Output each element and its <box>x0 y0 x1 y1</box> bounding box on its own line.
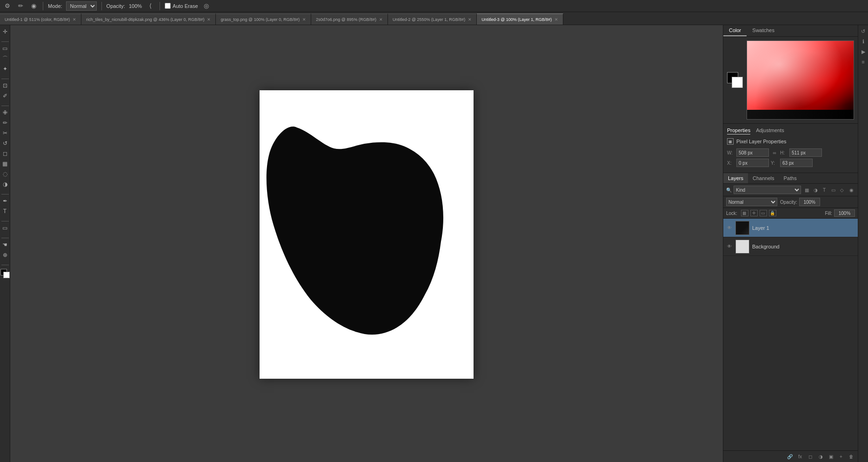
color-panel: Color Swatches <box>723 25 858 124</box>
brush-icon[interactable]: ✏ <box>16 1 25 11</box>
tab-properties[interactable]: Properties <box>727 127 750 134</box>
tab-color[interactable]: Color <box>723 25 747 36</box>
filter-adjust-icon[interactable]: ◑ <box>812 186 819 194</box>
layer-item-1[interactable]: 👁 Layer 1 <box>723 219 858 237</box>
erase-icon[interactable]: ◎ <box>202 1 211 11</box>
link-layers-icon[interactable]: 🔗 <box>786 453 794 460</box>
lock-artboard-icon[interactable]: ▭ <box>760 210 767 216</box>
align-panel-icon[interactable]: ≡ <box>859 58 868 66</box>
tool-options-icon[interactable]: ⚙ <box>3 1 12 11</box>
background-visibility[interactable]: 👁 <box>726 243 733 250</box>
heal-tool[interactable]: ✙ <box>0 108 10 117</box>
add-mask-icon[interactable]: ◻ <box>807 453 814 460</box>
history-panel-icon[interactable]: ↺ <box>859 27 868 35</box>
wand-tool[interactable]: ✦ <box>0 64 10 74</box>
auto-erase-input[interactable] <box>165 3 171 9</box>
tab-3-close[interactable]: ✕ <box>379 17 383 22</box>
fill-input[interactable] <box>834 209 855 217</box>
tab-adjustments[interactable]: Adjustments <box>756 127 784 134</box>
filter-pixel-icon[interactable]: ▦ <box>803 186 810 194</box>
tab-4-close[interactable]: ✕ <box>468 17 472 22</box>
tab-1-close[interactable]: ✕ <box>207 17 211 22</box>
actions-panel-icon[interactable]: ▶ <box>859 47 868 56</box>
filter-toggle[interactable]: ◉ <box>848 186 855 194</box>
select-tool[interactable]: ▭ <box>0 44 10 53</box>
clone-tool[interactable]: ✂ <box>0 128 10 138</box>
color-swatches-pair[interactable] <box>727 72 743 88</box>
filter-type-icon[interactable]: T <box>821 186 828 194</box>
info-panel-icon[interactable]: ℹ <box>859 37 868 46</box>
tool-sep-4 <box>1 191 9 194</box>
blur-tool[interactable]: ◌ <box>0 169 10 179</box>
background-swatch[interactable] <box>732 77 743 88</box>
tab-5-close[interactable]: ✕ <box>554 17 558 22</box>
color-spectrum[interactable] <box>747 40 854 120</box>
lasso-tool[interactable]: ⌒ <box>0 54 10 63</box>
move-tool[interactable]: ✛ <box>0 27 10 36</box>
width-input[interactable] <box>736 148 769 157</box>
layer-item-background[interactable]: 👁 Background <box>723 237 858 256</box>
tool-sep-5 <box>1 218 9 221</box>
tab-2[interactable]: grass_top.png @ 100% (Layer 0, RGB/8#) ✕ <box>216 13 311 25</box>
opacity-label: Opacity: <box>107 3 125 9</box>
tab-channels[interactable]: Channels <box>748 173 779 183</box>
tab-2-close[interactable]: ✕ <box>302 17 306 22</box>
spectrum-visual <box>747 41 854 119</box>
dodge-tool[interactable]: ◑ <box>0 180 10 189</box>
y-input[interactable] <box>780 159 813 167</box>
mode-select[interactable]: Normal <box>66 1 97 11</box>
tab-paths[interactable]: Paths <box>779 173 801 183</box>
height-input[interactable] <box>789 148 822 157</box>
delete-layer-icon[interactable]: 🗑 <box>848 453 855 460</box>
tab-layers[interactable]: Layers <box>723 173 748 183</box>
left-toolbar: ✛ ▭ ⌒ ✦ ⊡ ✐ ✙ ✏ ✂ ↺ ◻ ▦ ◌ ◑ ✒ T ▭ ☚ ⊕ <box>0 25 10 462</box>
layer-1-visibility[interactable]: 👁 <box>726 225 733 231</box>
link-icon[interactable]: ∞ <box>771 149 778 156</box>
vertical-panel-icons: ↺ ℹ ▶ ≡ <box>858 25 868 462</box>
tab-5[interactable]: Untitled-3 @ 100% (Layer 1, RGB/8#) ✕ <box>477 13 563 25</box>
main-layout: ✛ ▭ ⌒ ✦ ⊡ ✐ ✙ ✏ ✂ ↺ ◻ ▦ ◌ ◑ ✒ T ▭ ☚ ⊕ <box>0 25 868 462</box>
brush-preset-icon[interactable]: ◉ <box>29 1 38 11</box>
tab-swatches[interactable]: Swatches <box>747 25 780 36</box>
tab-0-close[interactable]: ✕ <box>73 17 76 22</box>
blend-mode-select[interactable]: Normal <box>726 198 777 206</box>
background-thumbnail <box>735 240 749 254</box>
filter-label: 🔍 <box>726 187 732 193</box>
gradient-tool[interactable]: ▦ <box>0 159 10 168</box>
opacity-input[interactable] <box>799 198 820 206</box>
history-tool[interactable]: ↺ <box>0 139 10 148</box>
brush-tool[interactable]: ✏ <box>0 118 10 127</box>
tab-3[interactable]: 2s0d7o6.png @ 895% (RGB/8#) ✕ <box>311 13 388 25</box>
tab-1[interactable]: rich_tiles_by_nicnubill-d6pkzak.png @ 43… <box>81 13 216 25</box>
canvas-document[interactable] <box>260 90 474 379</box>
add-style-icon[interactable]: fx <box>796 453 804 460</box>
lock-position-icon[interactable]: ✛ <box>750 210 758 216</box>
new-layer-icon[interactable]: + <box>837 453 845 460</box>
foreground-color[interactable] <box>0 269 10 278</box>
tab-0[interactable]: Untitled-1 @ 511% (color, RGB/8#) ✕ <box>0 13 81 25</box>
pen-tool[interactable]: ✒ <box>0 196 10 206</box>
crop-tool[interactable]: ⊡ <box>0 81 10 90</box>
auto-erase-checkbox[interactable]: Auto Erase <box>165 3 198 9</box>
filter-shape-icon[interactable]: ▭ <box>829 186 837 194</box>
eyedropper-tool[interactable]: ✐ <box>0 91 10 100</box>
tab-4-label: Untitled-2 @ 2550% (Layer 1, RGB/8#) <box>393 17 465 22</box>
hand-tool[interactable]: ☚ <box>0 240 10 249</box>
shape-tool[interactable]: ▭ <box>0 223 10 233</box>
opacity-adjust-icon[interactable]: ⟨ <box>146 1 155 11</box>
lock-all-icon[interactable]: 🔒 <box>769 210 776 216</box>
zoom-tool[interactable]: ⊕ <box>0 250 10 260</box>
toolbar-sep-2 <box>101 2 102 10</box>
properties-title: Pixel Layer Properties <box>736 139 787 144</box>
x-label: X: <box>727 161 734 166</box>
x-input[interactable] <box>736 159 769 167</box>
text-tool[interactable]: T <box>0 207 10 216</box>
filter-smart-icon[interactable]: ◇ <box>838 186 846 194</box>
new-group-icon[interactable]: ▣ <box>827 453 835 460</box>
top-toolbar: ⚙ ✏ ◉ Mode: Normal Opacity: 100% ⟨ Auto … <box>0 0 868 12</box>
tab-4[interactable]: Untitled-2 @ 2550% (Layer 1, RGB/8#) ✕ <box>388 13 477 25</box>
layer-kind-select[interactable]: Kind <box>734 186 801 194</box>
eraser-tool[interactable]: ◻ <box>0 149 10 158</box>
new-fill-icon[interactable]: ◑ <box>817 453 824 460</box>
lock-pixels-icon[interactable]: ▦ <box>741 210 748 216</box>
